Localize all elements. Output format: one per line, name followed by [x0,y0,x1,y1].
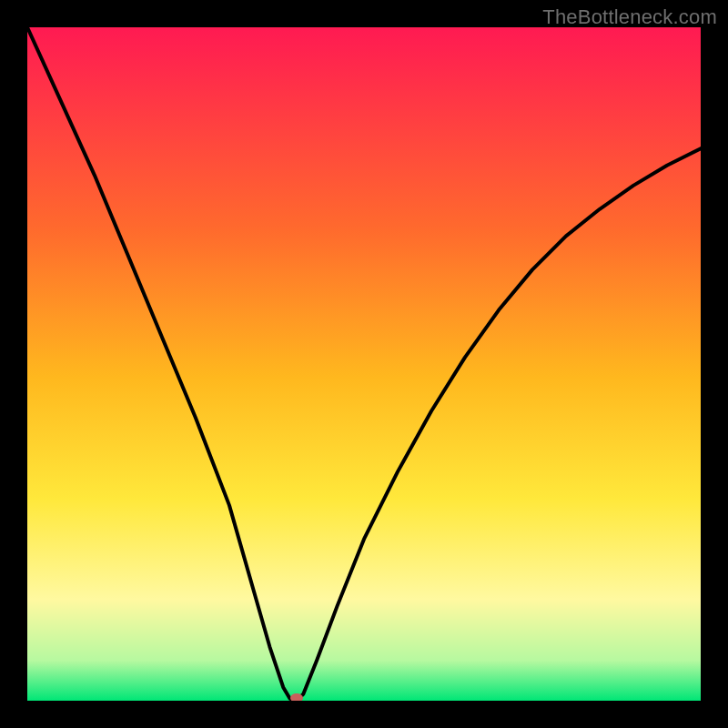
watermark-text: TheBottleneck.com [542,5,717,29]
curve-layer [27,27,701,701]
plot-area [27,27,701,701]
chart-frame: TheBottleneck.com [0,0,728,728]
bottleneck-curve [27,27,701,701]
